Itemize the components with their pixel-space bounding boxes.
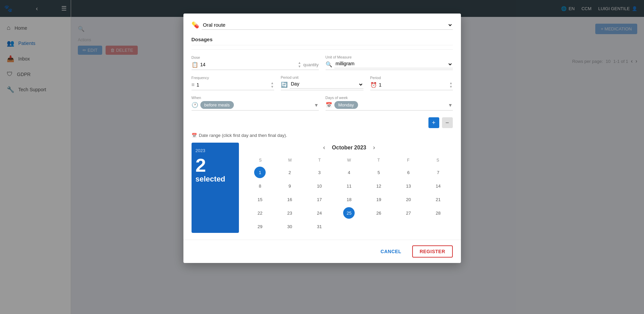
cal-day-23[interactable]: 23	[284, 207, 295, 219]
calendar-next-button[interactable]: ›	[372, 143, 376, 152]
cal-day-12[interactable]: 12	[373, 180, 384, 192]
add-dosage-button[interactable]: +	[428, 117, 439, 128]
dose-group: Dose 📋 ▲▼ quantity	[192, 55, 319, 70]
when-dropdown-icon[interactable]: ▼	[314, 102, 319, 108]
weekday-5: F	[394, 156, 423, 164]
cal-day-28[interactable]: 28	[432, 207, 444, 219]
cal-day-30[interactable]: 30	[284, 221, 295, 232]
cal-day-13[interactable]: 13	[403, 180, 414, 192]
cal-day-10[interactable]: 10	[314, 180, 325, 192]
cal-day-22[interactable]: 22	[254, 207, 266, 219]
period-unit-group: Period unit 🔄 Day Week Month	[281, 75, 363, 90]
calendar-selected-text: selected	[196, 175, 235, 184]
calendar-grid: ‹ October 2023 › S M T W T F S 123456789…	[246, 143, 453, 233]
days-of-week-label: Days of week	[326, 96, 453, 100]
route-icon: 💊	[192, 21, 199, 29]
cal-day-21[interactable]: 21	[432, 194, 444, 205]
plus-minus-row: + −	[192, 117, 453, 128]
days-of-week-dropdown-icon[interactable]: ▼	[448, 102, 453, 108]
days-of-week-group: Days of week 📅 Monday ▼	[326, 96, 453, 111]
dialog-footer: CANCEL REGISTER	[183, 240, 461, 263]
cal-day-18[interactable]: 18	[343, 194, 355, 205]
cal-day-14[interactable]: 14	[432, 180, 444, 192]
date-range-label: 📅 Date range (click first day and then f…	[192, 133, 453, 138]
frequency-input[interactable]	[197, 82, 269, 88]
cal-day-8[interactable]: 8	[254, 180, 266, 192]
calendar-weekdays: S M T W T F S	[246, 156, 453, 164]
calendar-icon: 📅	[326, 102, 332, 108]
cal-day-4[interactable]: 4	[343, 167, 355, 178]
frequency-label: Frequency	[192, 76, 274, 80]
cal-day-26[interactable]: 26	[373, 207, 384, 219]
frequency-input-wrapper: ≡ ▲▼	[192, 81, 274, 90]
period-unit-select[interactable]: Day Week Month	[290, 81, 363, 89]
cancel-button[interactable]: CANCEL	[375, 245, 407, 258]
calendar-days: 1234567891011121314151617181920212223242…	[246, 166, 453, 233]
days-of-week-chip: Monday	[334, 101, 358, 109]
period-label: Period	[370, 76, 453, 80]
calendar-month-title: October 2023	[332, 145, 366, 151]
cal-day-24[interactable]: 24	[314, 207, 325, 219]
dose-label: Dose	[192, 55, 319, 59]
cal-day-5[interactable]: 5	[373, 167, 384, 178]
cal-day-31[interactable]: 31	[314, 221, 325, 232]
route-row: 💊 Oral route Intravenous Subcutaneous To…	[192, 20, 453, 30]
cal-day-20[interactable]: 20	[403, 194, 414, 205]
cal-day-7[interactable]: 7	[432, 167, 444, 178]
cal-day-15[interactable]: 15	[254, 194, 266, 205]
calendar-header: ‹ October 2023 ›	[246, 143, 453, 152]
weekday-1: M	[275, 156, 305, 164]
date-range-text: Date range (click first day and then fin…	[199, 133, 287, 138]
period-input[interactable]	[379, 82, 447, 88]
cal-day-1[interactable]: 1	[254, 167, 266, 178]
when-wrapper: 🕐 before meals ▼	[192, 101, 319, 111]
when-label: When	[192, 96, 319, 100]
calendar-count: 2	[196, 156, 235, 175]
period-unit-label: Period unit	[281, 75, 363, 79]
medication-dialog: 💊 Oral route Intravenous Subcutaneous To…	[183, 14, 461, 263]
search-icon-uom: 🔍	[326, 61, 332, 68]
unit-of-measure-wrapper: 🔍 milligram microgram gram ml	[326, 61, 453, 70]
route-select[interactable]: Oral route Intravenous Subcutaneous Topi…	[202, 20, 453, 30]
cal-day-29[interactable]: 29	[254, 221, 266, 232]
when-group: When 🕐 before meals ▼	[192, 96, 319, 111]
period-spinner[interactable]: ▲▼	[449, 81, 453, 89]
period-group: Period ⏰ ▲▼	[370, 76, 453, 90]
cal-day-9[interactable]: 9	[284, 180, 295, 192]
frequency-spinner[interactable]: ▲▼	[271, 81, 274, 89]
dosages-section-title: Dosages	[192, 37, 453, 45]
cal-day-25[interactable]: 25	[343, 207, 355, 219]
period-unit-wrapper: 🔄 Day Week Month	[281, 81, 363, 90]
cal-day-19[interactable]: 19	[373, 194, 384, 205]
calendar-selected-panel: 2023 2 selected	[192, 143, 239, 233]
weekday-6: S	[423, 156, 452, 164]
cal-day-16[interactable]: 16	[284, 194, 295, 205]
cal-day-11[interactable]: 11	[343, 180, 355, 192]
unit-of-measure-select[interactable]: milligram microgram gram ml	[334, 61, 453, 68]
cal-day-27[interactable]: 27	[403, 207, 414, 219]
when-row: When 🕐 before meals ▼ Days of week 📅 Mon…	[192, 96, 453, 111]
dosages-divider	[192, 49, 453, 50]
weekday-0: S	[246, 156, 275, 164]
period-input-wrapper: ⏰ ▲▼	[370, 81, 453, 90]
cal-day-3[interactable]: 3	[314, 167, 325, 178]
unit-of-measure-label: Unit of Measure	[326, 55, 453, 59]
cal-day-17[interactable]: 17	[314, 194, 325, 205]
calendar-prev-button[interactable]: ‹	[322, 143, 327, 152]
cal-day-6[interactable]: 6	[403, 167, 414, 178]
when-chip: before meals	[200, 101, 234, 109]
dialog-body: 💊 Oral route Intravenous Subcutaneous To…	[183, 14, 461, 240]
unit-of-measure-group: Unit of Measure 🔍 milligram microgram gr…	[326, 55, 453, 70]
calendar-range-icon: 📅	[192, 133, 197, 138]
dose-unit-label: quantity	[303, 62, 319, 67]
period-unit-icon: 🔄	[281, 81, 288, 88]
register-button[interactable]: REGISTER	[412, 245, 453, 258]
remove-dosage-button[interactable]: −	[442, 117, 453, 128]
when-icon: 🕐	[192, 102, 198, 108]
dose-input[interactable]	[200, 62, 296, 67]
freq-icon: ≡	[192, 82, 195, 88]
cal-day-2[interactable]: 2	[284, 167, 295, 178]
frequency-group: Frequency ≡ ▲▼	[192, 76, 274, 90]
weekday-2: T	[305, 156, 334, 164]
dose-spinner[interactable]: ▲▼	[298, 61, 301, 68]
